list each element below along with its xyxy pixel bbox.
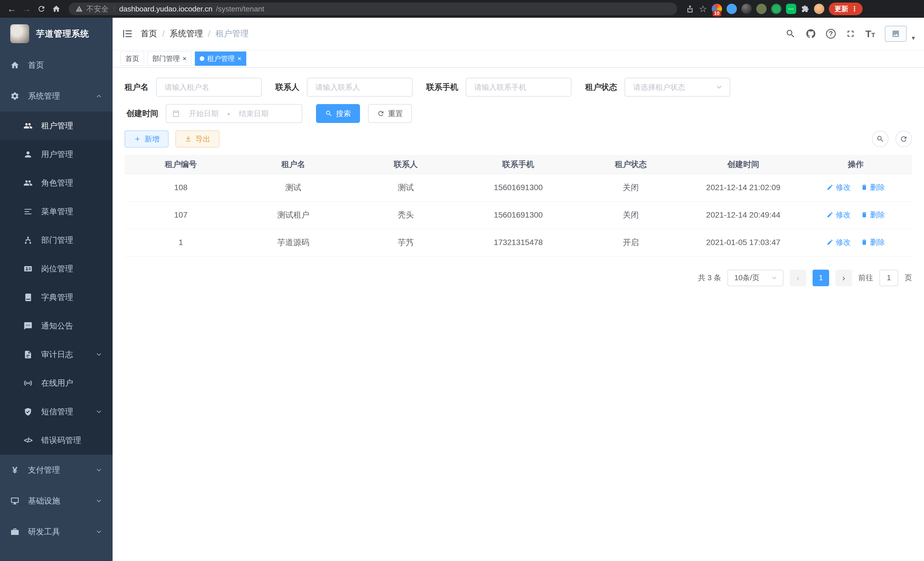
delete-button[interactable]: 删除 — [861, 210, 885, 220]
edit-button[interactable]: 修改 — [826, 237, 850, 247]
sidebar-item-notice[interactable]: 通知公告 — [0, 312, 112, 340]
github-icon[interactable] — [806, 28, 816, 39]
sidebar-item-payment[interactable]: ¥ 支付管理 — [0, 455, 112, 486]
tab-dept[interactable]: 部门管理 × — [147, 51, 191, 66]
extension-olive-icon[interactable] — [756, 4, 766, 14]
chevron-down-icon — [95, 351, 102, 358]
status-label: 租户状态 — [585, 82, 617, 93]
col-actions: 操作 — [800, 155, 912, 174]
font-size-icon[interactable]: TT — [866, 28, 875, 39]
browser-home-button[interactable] — [50, 2, 63, 15]
browser-update-button[interactable]: 更新 ⋮ — [829, 3, 862, 15]
pagination: 共 3 条 10条/页 ‹ 1 › 前往 页 — [124, 270, 912, 286]
breadcrumb-home[interactable]: 首页 — [141, 28, 157, 39]
tab-tenant[interactable]: 租户管理 × — [195, 51, 246, 66]
close-icon[interactable]: × — [237, 55, 242, 62]
trash-icon — [861, 211, 868, 218]
app-title: 芋道管理系统 — [36, 28, 89, 40]
sidebar-item-devtools[interactable]: 研发工具 — [0, 516, 112, 547]
url-host: dashboard.yudao.iocoder.cn — [119, 5, 213, 14]
calendar-icon — [172, 110, 180, 117]
book-icon — [23, 293, 33, 302]
extension-sphere-icon[interactable] — [741, 4, 752, 14]
monitor-icon — [10, 496, 20, 505]
sidebar-item-dict[interactable]: 字典管理 — [0, 283, 112, 312]
close-icon[interactable]: × — [183, 55, 187, 62]
col-tenant-id: 租户编号 — [124, 155, 237, 174]
chevron-down-icon — [716, 83, 723, 91]
goto-page-input[interactable] — [879, 270, 898, 286]
user-dropdown-caret-icon[interactable]: ▾ — [912, 34, 915, 42]
extension-green-ring-icon[interactable] — [771, 4, 782, 14]
sidebar-item-online-user[interactable]: 在线用户 — [0, 369, 112, 397]
address-bar[interactable]: 不安全 dashboard.yudao.iocoder.cn/system/te… — [69, 3, 677, 15]
prev-page-button[interactable]: ‹ — [790, 270, 806, 286]
browser-profile-avatar[interactable] — [814, 4, 824, 14]
user-icon — [23, 150, 33, 159]
app-logo[interactable]: 芋道管理系统 — [0, 18, 112, 50]
sidebar-item-home[interactable]: 首页 — [0, 50, 112, 81]
extension-drop-icon[interactable] — [727, 4, 737, 14]
sidebar-item-tenant[interactable]: 租户管理 — [0, 111, 112, 140]
date-range-picker[interactable]: - — [166, 104, 302, 123]
sidebar-item-menu[interactable]: 菜单管理 — [0, 197, 112, 226]
refresh-table-button[interactable] — [896, 131, 912, 147]
delete-button[interactable]: 删除 — [861, 182, 885, 193]
contact-input[interactable] — [307, 78, 412, 97]
next-page-button[interactable]: › — [836, 270, 852, 286]
sidebar-item-infra[interactable]: 基础设施 — [0, 486, 112, 516]
sidebar-item-system[interactable]: 系统管理 — [0, 81, 112, 111]
header-search-icon[interactable] — [785, 29, 796, 39]
sidebar-item-audit-log[interactable]: 审计日志 — [0, 340, 112, 369]
shield-icon — [23, 407, 33, 416]
browser-forward-button[interactable]: → — [20, 2, 33, 15]
browser-back-button[interactable]: ← — [5, 2, 18, 15]
tab-home[interactable]: 首页 — [121, 51, 144, 66]
avatar[interactable] — [885, 26, 907, 42]
bookmark-star-icon[interactable]: ☆ — [699, 3, 707, 14]
security-warning-icon — [75, 5, 83, 13]
col-phone: 联系手机 — [462, 155, 574, 174]
sidebar-item-sms[interactable]: 短信管理 — [0, 397, 112, 426]
sidebar-item-role[interactable]: 角色管理 — [0, 169, 112, 197]
tenant-icon — [23, 121, 33, 130]
date-start-input[interactable] — [182, 109, 225, 118]
extension-chat-icon[interactable]: ··· — [786, 4, 796, 14]
browser-menu-icon[interactable]: ⋮ — [851, 5, 858, 13]
edit-button[interactable]: 修改 — [826, 182, 850, 193]
sidebar-item-post[interactable]: 岗位管理 — [0, 254, 112, 283]
plus-icon — [134, 135, 141, 143]
extension-colorful-icon[interactable]: 10 — [712, 4, 722, 14]
breadcrumb-current: 租户管理 — [215, 28, 249, 39]
edit-button[interactable]: 修改 — [826, 210, 850, 220]
breadcrumb-system[interactable]: 系统管理 — [170, 28, 203, 39]
extensions-puzzle-icon[interactable] — [801, 5, 809, 13]
goto-label: 前往 — [858, 273, 873, 283]
sidebar-fold-button[interactable] — [122, 28, 133, 39]
fullscreen-icon[interactable] — [845, 29, 856, 39]
phone-input[interactable] — [466, 78, 572, 97]
tenant-name-input[interactable] — [156, 78, 262, 97]
help-icon[interactable]: ? — [826, 29, 836, 39]
sidebar-item-error-code[interactable]: </> 错误码管理 — [0, 426, 112, 455]
search-icon — [876, 135, 884, 143]
col-created: 创建时间 — [687, 155, 800, 174]
export-button[interactable]: 导出 — [176, 130, 219, 147]
delete-button[interactable]: 删除 — [861, 237, 885, 247]
top-navbar: 首页 / 系统管理 / 租户管理 ? TT ▾ — [112, 18, 924, 50]
toggle-search-button[interactable] — [872, 131, 889, 147]
status-select[interactable]: 请选择租户状态 — [625, 78, 730, 97]
reset-button[interactable]: 重置 — [368, 104, 412, 123]
search-button[interactable]: 搜索 — [316, 104, 360, 123]
sidebar-item-user[interactable]: 用户管理 — [0, 140, 112, 169]
page-number-1[interactable]: 1 — [813, 270, 829, 286]
page-size-select[interactable]: 10条/页 — [728, 270, 783, 286]
date-end-input[interactable] — [232, 109, 275, 118]
browser-chrome: ← → 不安全 dashboard.yudao.iocoder.cn/syste… — [0, 0, 924, 18]
role-icon — [23, 178, 33, 188]
add-button[interactable]: 新增 — [124, 130, 169, 147]
share-icon[interactable] — [686, 5, 694, 13]
sidebar-item-dept[interactable]: 部门管理 — [0, 226, 112, 254]
browser-reload-button[interactable] — [35, 2, 48, 15]
phone-label: 联系手机 — [426, 82, 458, 93]
